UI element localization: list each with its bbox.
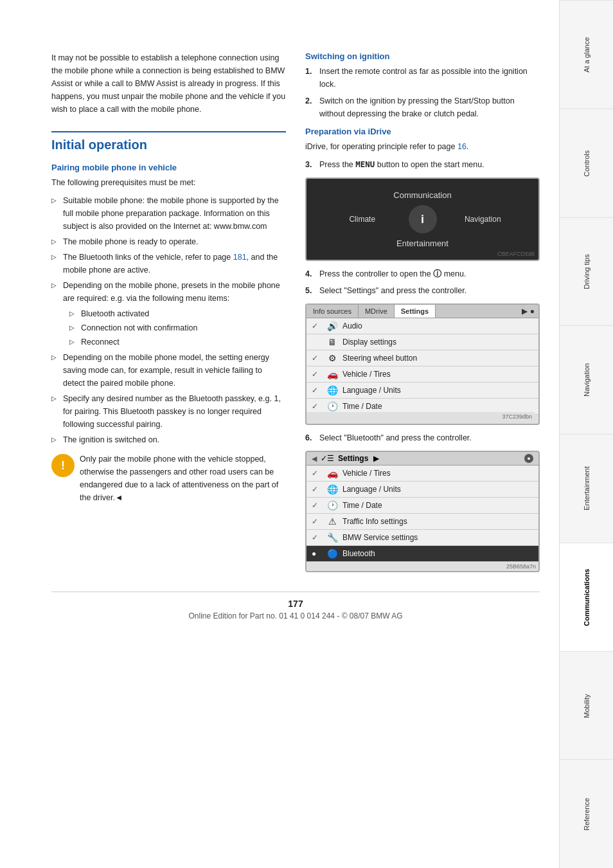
ignition-step-1: 1.Insert the remote control as far as po…	[305, 65, 540, 91]
right-column: Switching on ignition 1.Insert the remot…	[305, 51, 540, 579]
display-icon: 🖥	[326, 337, 339, 347]
vehicle-label: Vehicle / Tires	[342, 370, 391, 379]
sidebar-tab-reference[interactable]: Reference	[560, 759, 613, 868]
warning-text: Only pair the mobile phone with the vehi…	[80, 453, 286, 504]
bt-time-check: ✓	[312, 501, 322, 510]
tab-info-sources[interactable]: Info sources	[306, 305, 359, 318]
idrive-entertainment-label: Entertainment	[391, 233, 454, 253]
audio-check: ✓	[312, 321, 322, 330]
bt-bluetooth-item[interactable]: ● 🔵 Bluetooth	[306, 546, 538, 562]
sidebar-tab-entertainment[interactable]: Entertainment	[560, 434, 613, 543]
bt-bmw-icon: 🔧	[326, 532, 339, 543]
initial-operation-title: Initial operation	[51, 131, 286, 152]
bt-traffic-item[interactable]: ✓ ⚠ Traffic Info settings	[306, 514, 538, 530]
sub-item-reconnect: Reconnect	[69, 336, 286, 348]
idrive-communication-label: Communication	[388, 185, 456, 205]
bt-traffic-icon: ⚠	[326, 516, 339, 527]
bt-bmw-label: BMW Service settings	[342, 533, 418, 542]
bt-vehicle-item[interactable]: ✓ 🚗 Vehicle / Tires	[306, 466, 538, 482]
bt-traffic-label: Traffic Info settings	[342, 517, 407, 526]
settings-audio-item[interactable]: ✓ 🔊 Audio	[306, 318, 538, 334]
header-left-arrow: ◀	[312, 455, 317, 463]
prereq-item-6: Specify any desired number as the Blueto…	[51, 392, 286, 431]
bt-bmw-item[interactable]: ✓ 🔧 BMW Service settings	[306, 530, 538, 546]
header-check-icon: ✓☰	[321, 454, 334, 463]
idrive-steps: 3.Press the MENU button to open the star…	[305, 158, 540, 171]
tab-mdrive[interactable]: MDrive	[359, 305, 395, 318]
display-check: ✓	[312, 338, 322, 347]
sidebar-tab-communications[interactable]: Communications	[560, 543, 613, 651]
bt-vehicle-check: ✓	[312, 469, 322, 478]
bt-language-check: ✓	[312, 485, 322, 494]
idrive-navigation-label: Navigation	[437, 206, 529, 232]
time-icon: 🕐	[326, 401, 339, 411]
bt-bluetooth-label: Bluetooth	[342, 549, 375, 558]
idrive-step-6: 6.Select "Bluetooth" and press the contr…	[305, 431, 540, 444]
idrive-steps-3: 6.Select "Bluetooth" and press the contr…	[305, 431, 540, 444]
language-icon: 🌐	[326, 385, 339, 395]
page-number: 177	[51, 599, 540, 609]
prereq-item-3: The Bluetooth links of the vehicle, refe…	[51, 251, 286, 276]
sidebar-tab-driving-tips[interactable]: Driving tips	[560, 217, 613, 326]
prerequisites-intro: The following prerequisites must be met:	[51, 176, 286, 189]
bluetooth-header: ◀ ✓☰ Settings ▶ ●	[306, 452, 538, 466]
audio-label: Audio	[342, 321, 362, 330]
warning-box: ! Only pair the mobile phone with the ve…	[51, 453, 286, 504]
prep-idrive-heading: Preparation via iDrive	[305, 127, 540, 136]
bt-bmw-check: ✓	[312, 533, 322, 542]
bt-language-label: Language / Units	[342, 485, 401, 494]
tab-settings[interactable]: Settings	[395, 305, 436, 318]
settings-steering-item[interactable]: ✓ ⚙ Steering wheel button	[306, 350, 538, 366]
left-column: It may not be possible to establish a te…	[51, 51, 286, 579]
bt-traffic-check: ✓	[312, 517, 322, 526]
header-settings-title: Settings	[338, 454, 368, 463]
bt-bluetooth-icon: 🔵	[326, 548, 339, 559]
display-label: Display settings	[342, 338, 396, 347]
sidebar-tab-controls[interactable]: Controls	[560, 109, 613, 217]
prerequisites-list: Suitable mobile phone: the mobile phone …	[51, 194, 286, 446]
pairing-heading: Pairing mobile phone in vehicle	[51, 163, 286, 172]
sidebar-tab-mobility[interactable]: Mobility	[560, 651, 613, 760]
bt-language-icon: 🌐	[326, 484, 339, 494]
prereq-item-2: The mobile phone is ready to operate.	[51, 235, 286, 248]
settings-screen: Info sources MDrive Settings ▶ ● ✓ 🔊 Aud…	[305, 303, 540, 425]
screen-watermark-3: 25B658a7n	[306, 562, 538, 571]
header-dot: ●	[524, 454, 533, 463]
bt-vehicle-icon: 🚗	[326, 468, 339, 478]
prereq-item-4: Depending on the mobile phone, presets i…	[51, 279, 286, 348]
prereq-item-7: The ignition is switched on.	[51, 433, 286, 446]
sub-menu-items: Bluetooth activated Connection not with …	[63, 307, 286, 348]
screen-watermark-2: 37C239dbn	[305, 412, 535, 421]
bt-time-item[interactable]: ✓ 🕐 Time / Date	[306, 498, 538, 514]
idrive-center-button: i	[409, 205, 437, 233]
tab-nav-arrows: ▶ ●	[522, 307, 535, 316]
screen-watermark-1: CBEAFCD5d6	[497, 251, 535, 257]
idrive-steps-2: 4.Press the controller to open the ⓘ men…	[305, 267, 540, 297]
idrive-step-5: 5.Select "Settings" and press the contro…	[305, 284, 540, 297]
settings-display-item[interactable]: ✓ 🖥 Display settings	[306, 334, 538, 350]
ignition-steps: 1.Insert the remote control as far as po…	[305, 65, 540, 120]
sidebar: At a glance Controls Driving tips Naviga…	[559, 0, 613, 868]
steering-label: Steering wheel button	[342, 354, 417, 363]
idrive-climate-label: Climate	[316, 206, 409, 232]
settings-vehicle-item[interactable]: ✓ 🚗 Vehicle / Tires	[306, 366, 538, 383]
steering-check: ✓	[312, 354, 322, 363]
sub-item-bluetooth: Bluetooth activated	[69, 307, 286, 320]
intro-paragraph: It may not be possible to establish a te…	[51, 51, 286, 116]
bt-language-item[interactable]: ✓ 🌐 Language / Units	[306, 482, 538, 498]
sidebar-tab-at-a-glance[interactable]: At a glance	[560, 0, 613, 109]
settings-language-item[interactable]: ✓ 🌐 Language / Units	[306, 383, 538, 399]
sidebar-tab-navigation[interactable]: Navigation	[560, 325, 613, 434]
settings-tabs-row: Info sources MDrive Settings ▶ ●	[306, 305, 538, 318]
page-footer: 177 Online Edition for Part no. 01 41 0 …	[51, 592, 540, 620]
bt-vehicle-label: Vehicle / Tires	[342, 469, 391, 478]
vehicle-icon: 🚗	[326, 369, 339, 379]
sub-item-connection: Connection not with confirmation	[69, 321, 286, 334]
vehicle-check: ✓	[312, 370, 322, 379]
idrive-middle-row: Climate i Navigation	[306, 205, 538, 233]
bt-time-label: Time / Date	[342, 501, 382, 510]
time-check: ✓	[312, 402, 322, 411]
ignition-step-2: 2.Switch on the ignition by pressing the…	[305, 95, 540, 120]
idrive-screen-communication: Communication Climate i Navigation Enter…	[305, 177, 540, 261]
prereq-item-1: Suitable mobile phone: the mobile phone …	[51, 194, 286, 233]
